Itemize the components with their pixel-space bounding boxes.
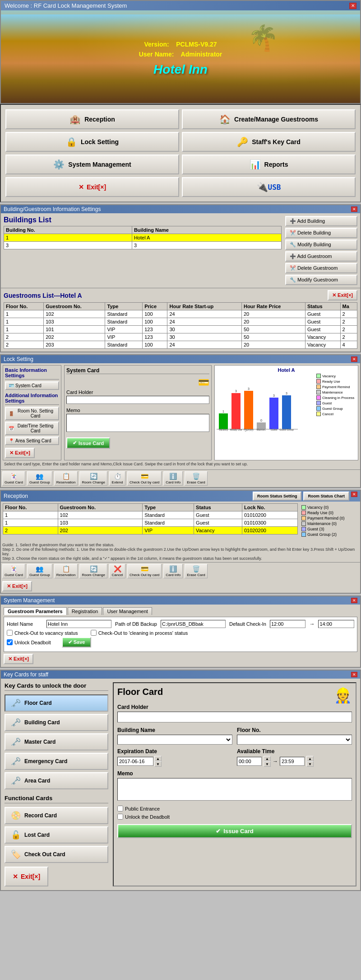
delete-building-btn[interactable]: ✂️ Delete Building xyxy=(285,228,357,238)
table-row[interactable]: 2203Standard 1002420 Vacancy4 xyxy=(4,341,357,349)
unlock-deadbolt-sys-checkbox[interactable] xyxy=(7,639,13,645)
reservation-tb[interactable]: 📋 Reservation xyxy=(54,564,78,578)
fc-start-down-btn[interactable]: ▼ xyxy=(264,761,271,767)
keycards-exit-btn[interactable]: ✕ Exit[×] xyxy=(5,867,48,886)
memo-input-lock[interactable] xyxy=(66,414,209,432)
record-card-btn[interactable]: 📀 Record Card xyxy=(5,807,108,824)
usb-button[interactable]: 🔌 USB xyxy=(182,177,356,197)
table-row[interactable]: 3 3 xyxy=(4,242,282,249)
checkout-vacancy-checkbox[interactable] xyxy=(7,630,13,636)
table-row[interactable]: 2202VIP 1233050 Vacancy2 xyxy=(4,333,357,341)
fc-expiration-input[interactable] xyxy=(117,757,153,766)
checkout-card-tb[interactable]: 💳 Check Out by card xyxy=(127,564,162,578)
fc-floor-select[interactable] xyxy=(237,735,352,745)
reception-button[interactable]: 🏨 Reception xyxy=(5,109,179,129)
hotel-name-sys-input[interactable] xyxy=(46,620,111,628)
floor-card-header: Floor Card 👷 xyxy=(117,687,352,704)
room-change-btn[interactable]: 🔄 Room Change xyxy=(79,471,107,486)
guest-group-tb[interactable]: 👥 Guest Group xyxy=(27,564,52,578)
room-change-tb[interactable]: 🔄 Room Change xyxy=(79,564,107,578)
delete-guestroom-btn[interactable]: ✂️ Delete Guestroom xyxy=(285,263,357,273)
emergency-card-btn[interactable]: 🗝️ Emergency Card xyxy=(5,753,108,770)
lock-close-btn[interactable]: ✕ xyxy=(351,356,357,362)
guest-card-btn[interactable]: 🃏 Guest Card xyxy=(2,471,25,486)
table-row[interactable]: 1102Standard 1002420 Guest2 xyxy=(4,310,357,318)
erase-card-tb[interactable]: 🗑️ Erase Card xyxy=(185,564,207,578)
master-card-btn[interactable]: 🗝️ Master Card xyxy=(5,733,108,750)
card-info-btn[interactable]: ℹ️ Card Info xyxy=(163,471,183,486)
reports-button[interactable]: 📊 Reports xyxy=(182,155,356,174)
tab-user-management[interactable]: User Management xyxy=(103,607,152,615)
exit-button[interactable]: ✕ Exit[×] xyxy=(5,177,179,197)
keycards-close-btn[interactable]: ✕ xyxy=(351,672,357,677)
fc-card-holder-input[interactable] xyxy=(117,712,352,722)
fc-public-entrance-checkbox[interactable] xyxy=(117,806,123,811)
lock-setting-button[interactable]: 🔒 Lock Setting xyxy=(5,132,179,152)
staff-key-card-button[interactable]: 🔑 Staff's Key Card xyxy=(182,132,356,152)
modify-guestroom-btn[interactable]: 🔧 Modify Guestroom xyxy=(285,275,357,285)
lost-card-btn[interactable]: 🔓 Lost Card xyxy=(5,826,108,844)
fc-exp-down-btn[interactable]: ▼ xyxy=(154,761,162,767)
guest-card-tb[interactable]: 🃏 Guest Card xyxy=(2,564,25,578)
fc-memo-textarea[interactable] xyxy=(117,778,352,801)
checkout-input[interactable] xyxy=(318,620,354,628)
table-row[interactable]: 1102 StandardGuest 01010200 xyxy=(3,511,298,519)
fc-building-select[interactable] xyxy=(117,735,232,745)
save-sys-btn[interactable]: ✔ Save xyxy=(62,637,92,647)
fc-start-up-btn[interactable]: ▲ xyxy=(264,756,271,761)
room-status-tab[interactable]: Room Status Setting xyxy=(253,492,302,501)
fc-issue-btn[interactable]: ✔ Issue Card xyxy=(117,824,352,838)
db-backup-input[interactable] xyxy=(161,620,226,628)
guestrooms-exit-btn[interactable]: ✕ Exit[×] xyxy=(328,290,357,300)
system-mgmt-icon: ⚙️ xyxy=(53,159,65,170)
checkin-input[interactable] xyxy=(270,620,306,628)
tab-guestroom-params[interactable]: Guestroom Parameters xyxy=(4,607,67,615)
card-info-tb[interactable]: ℹ️ Card Info xyxy=(163,564,183,578)
fc-end-down-btn[interactable]: ▼ xyxy=(306,761,314,767)
guest-group-btn[interactable]: 👥 Guest Group xyxy=(27,471,52,486)
fc-end-up-btn[interactable]: ▲ xyxy=(306,756,314,761)
cancel-tb[interactable]: ❌ Cancel xyxy=(109,564,125,578)
modify-building-btn[interactable]: 🔧 Modify Building xyxy=(285,239,357,250)
reservation-btn[interactable]: 📋 Reservation xyxy=(54,471,78,486)
table-row[interactable]: 2202 VIPVacancy 01020200 xyxy=(3,527,298,535)
area-card-btn[interactable]: 🗝️ Area Card xyxy=(5,772,108,789)
legend-guest: Guest xyxy=(316,401,355,405)
sys-mgmt-close[interactable]: ✕ xyxy=(351,598,357,603)
room-status-chart-tab[interactable]: Room Status Chart xyxy=(303,492,349,501)
area-btn[interactable]: 📍 Area Setting Card xyxy=(5,436,59,445)
datetime-btn[interactable]: 📅 Date/Time Setting Card xyxy=(5,422,59,435)
room-exit-btn[interactable]: ✕ Exit[×] xyxy=(2,581,32,591)
table-row[interactable]: 1101VIP 1233050 Guest2 xyxy=(4,326,357,333)
building-card-btn[interactable]: 🗝️ Building Card xyxy=(5,714,108,731)
buildings-close-btn[interactable]: ✕ xyxy=(351,206,357,212)
fc-exp-up-btn[interactable]: ▲ xyxy=(154,756,162,761)
tab-registration[interactable]: Registration xyxy=(68,607,102,615)
fc-unlock-deadbolt-checkbox[interactable] xyxy=(117,814,123,820)
issue-card-btn-lock[interactable]: ✔ Issue Card xyxy=(66,437,110,449)
app-close-btn[interactable]: ✕ xyxy=(349,3,356,9)
add-building-btn[interactable]: ➕ Add Building xyxy=(285,216,357,226)
room-no-btn[interactable]: 🚪 Room No. Setting Card xyxy=(5,407,59,420)
lock-exit-btn[interactable]: ✕ Exit[×] xyxy=(5,448,35,458)
checkout-by-card-btn[interactable]: 💳 Check Out by card xyxy=(127,471,162,486)
create-manage-button[interactable]: 🏠 Create/Manage Guestrooms xyxy=(182,109,356,129)
table-row[interactable]: 1 Hotel A xyxy=(4,234,282,242)
system-card-btn[interactable]: 🪪 System Card xyxy=(5,381,59,390)
area-icon: 📍 xyxy=(9,438,14,443)
system-management-button[interactable]: ⚙️ System Management xyxy=(5,155,179,174)
room-status-close[interactable]: ✕ xyxy=(351,492,357,497)
sys-exit-btn[interactable]: ✕ Exit[×] xyxy=(4,654,33,664)
buildings-window: Building/Guestroom Information Settings … xyxy=(0,204,361,352)
card-holder-input[interactable] xyxy=(66,396,209,404)
floor-card-btn[interactable]: 🗝️ Floor Card xyxy=(5,694,108,712)
extend-btn[interactable]: ⏱️ Extend xyxy=(109,471,125,486)
table-row[interactable]: 1103Standard 1002420 Guest2 xyxy=(4,318,357,326)
fc-time-end-input[interactable] xyxy=(280,757,305,766)
table-row[interactable]: 1103 StandardGuest 01010300 xyxy=(3,519,298,527)
add-guestroom-btn[interactable]: ➕ Add Guestroom xyxy=(285,251,357,262)
checkout-cleaning-checkbox[interactable] xyxy=(91,630,97,636)
fc-time-start-input[interactable] xyxy=(237,757,262,766)
erase-card-btn[interactable]: 🗑️ Erase Card xyxy=(185,471,207,486)
checkout-card-btn[interactable]: 🏷️ Check Out Card xyxy=(5,846,108,863)
